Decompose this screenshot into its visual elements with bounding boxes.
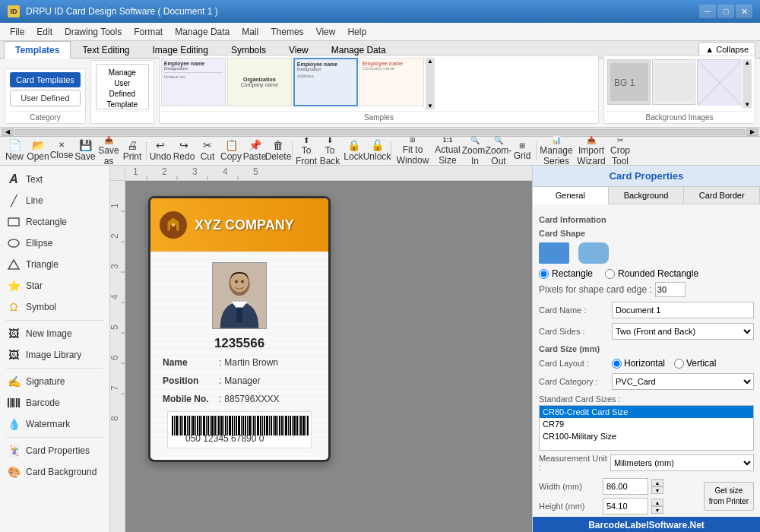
ruler-vertical: 1 2 3 4 5 6 7 8 [110,181,125,532]
minimize-button[interactable]: ─ [699,5,716,18]
tool-signature[interactable]: ✍ Signature [0,371,109,392]
size-cr80[interactable]: CR80-Credit Card Size [540,406,753,418]
close-doc-button[interactable]: ✕Close [50,140,73,163]
menu-mail[interactable]: Mail [236,25,264,39]
shape-rounded-rectangle[interactable] [578,242,609,264]
height-down[interactable]: ▼ [651,506,663,514]
grid-button[interactable]: ⊞Grid [511,140,534,163]
ribbon-scroll-left[interactable]: ◀ [2,128,14,136]
main-content: A Text ╱ Line Rectangle Ellipse Triangle… [0,166,760,532]
card-category-select[interactable]: PVC_Card [612,373,754,390]
lock-button[interactable]: 🔒Lock [342,140,365,163]
delete-button[interactable]: 🗑Delete [267,140,290,163]
fit-window-button[interactable]: ⊞Fit to Window [394,140,432,163]
redo-button[interactable]: ↪Redo [173,140,195,163]
width-input[interactable] [603,478,648,495]
tool-card-properties[interactable]: 🃏 Card Properties [0,440,109,461]
tool-line[interactable]: ╱ Line [0,190,109,211]
height-input[interactable] [603,498,648,515]
radio-rounded[interactable]: Rounded Rectangle [605,268,698,279]
width-down[interactable]: ▼ [651,486,663,494]
measurement-select[interactable]: Milimeters (mm) [610,454,754,471]
height-up[interactable]: ▲ [651,499,663,506]
card-body: 1235566 Name : Martin Brown Position : [150,252,328,458]
size-cr100[interactable]: CR100-Military Size [540,430,753,442]
to-front-button[interactable]: ⬆To Front [295,140,318,163]
tab-general[interactable]: General [533,187,609,204]
tool-star[interactable]: ⭐ Star [0,275,109,296]
menu-help[interactable]: Help [341,25,372,39]
actual-size-button[interactable]: 1:1Actual Size [432,140,463,163]
sample-card-1[interactable]: Employee name Designation Unique no. [161,58,226,106]
tool-rectangle[interactable]: Rectangle [0,211,109,233]
menu-view[interactable]: View [310,25,342,39]
pixels-input[interactable] [655,282,686,297]
get-size-button[interactable]: Get sizefrom Printer [704,482,754,511]
sample-card-3[interactable]: Employee name Designation Address [293,58,358,106]
radio-rectangle[interactable]: Rectangle [539,268,593,279]
bg-images-group: BG 1 ▲ ▼ Background Images [603,55,755,124]
import-wizard-button[interactable]: 📥Import Wizard [575,140,608,163]
tool-barcode[interactable]: Barcode [0,392,109,413]
zoom-out-button[interactable]: 🔍Zoom-Out [487,140,510,163]
card-templates-button[interactable]: Card Templates [10,72,81,87]
tool-ellipse[interactable]: Ellipse [0,233,109,254]
canvas[interactable]: XYZ COMPANY [125,181,532,532]
shape-rectangle[interactable] [539,242,569,264]
ruler-corner [110,166,125,181]
to-back-button[interactable]: ⬇To Back [318,140,341,163]
sample-card-2[interactable]: Organization Company name [227,58,292,106]
crop-tool-button[interactable]: ✂Crop Tool [609,140,632,163]
tool-image-library[interactable]: 🖼 Image Library [0,344,109,366]
menu-edit[interactable]: Edit [30,25,59,39]
zoom-in-button[interactable]: 🔍Zoom-In [464,140,486,163]
menu-file[interactable]: File [4,25,30,39]
tool-card-background[interactable]: 🎨 Card Background [0,461,109,483]
maximize-button[interactable]: □ [717,5,734,18]
sample-card-4[interactable]: Employee name Company name [359,58,424,106]
close-button[interactable]: ✕ [736,5,752,18]
cut-button[interactable]: ✂Cut [196,140,219,163]
tool-symbol[interactable]: Ω Symbol [0,296,109,318]
bg-thumb-3[interactable] [697,59,741,105]
save-as-button[interactable]: 📥Save as [97,140,120,163]
unlock-button[interactable]: 🔓Unlock [366,140,388,163]
menu-themes[interactable]: Themes [264,25,309,39]
tab-card-border[interactable]: Card Border [684,187,760,204]
copy-button[interactable]: 📋Copy [220,140,242,163]
bg-thumb-1[interactable]: BG 1 [607,59,651,105]
bg-thumb-2[interactable] [652,59,695,105]
tool-watermark[interactable]: 💧 Watermark [0,413,109,435]
manage-user-defined-button[interactable]: ManageUserDefinedTemplate [96,64,149,109]
card-name-input[interactable] [612,302,754,318]
open-button[interactable]: 📂Open [27,140,49,163]
tool-triangle[interactable]: Triangle [0,254,109,275]
samples-scrollbar[interactable]: ▲ ▼ [426,58,435,109]
card-sides-select[interactable]: Two (Front and Back) [612,323,754,340]
bg-scrollbar[interactable]: ▲ ▼ [743,59,752,108]
collapse-button[interactable]: ▲ Collapse [698,42,755,57]
width-up[interactable]: ▲ [651,479,663,486]
ribbon-scroll-right[interactable]: ▶ [746,128,758,136]
menu-drawing-tools[interactable]: Drawing Tools [59,25,128,39]
menu-format[interactable]: Format [128,25,169,39]
menu-manage-data[interactable]: Manage Data [169,25,236,39]
user-defined-button[interactable]: User Defined [10,90,81,106]
save-button[interactable]: 💾Save [74,140,97,163]
tab-background[interactable]: Background [609,187,685,204]
radio-horizontal[interactable]: Horizontal [612,358,665,369]
radio-vertical[interactable]: Vertical [674,358,716,369]
manage-series-button[interactable]: 📊Manage Series [539,140,574,163]
sizes-list[interactable]: CR80-Credit Card Size CR79 CR100-Militar… [539,405,754,451]
tool-text[interactable]: A Text [0,169,109,190]
print-button[interactable]: 🖨Print [121,140,144,163]
undo-button[interactable]: ↩Undo [149,140,172,163]
sep1 [146,142,147,160]
tab-templates[interactable]: Templates [4,41,71,59]
tool-new-image[interactable]: 🖼 New Image [0,323,109,344]
size-cr79[interactable]: CR79 [540,418,753,430]
new-button[interactable]: 📄New [3,140,26,163]
tab-text-editing[interactable]: Text Editing [71,41,141,59]
sep4 [536,142,537,160]
paste-button[interactable]: 📌Paste [243,140,266,163]
